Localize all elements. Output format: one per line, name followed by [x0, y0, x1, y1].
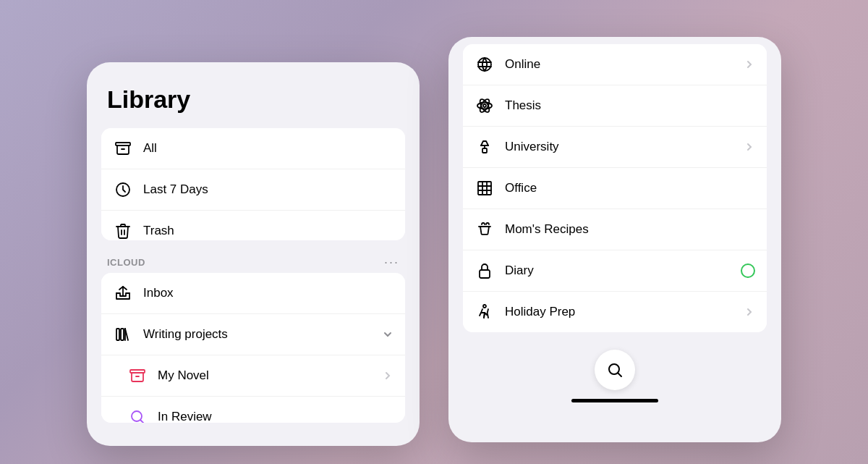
online-chevron: [744, 59, 755, 70]
icloud-dots[interactable]: ···: [384, 255, 399, 270]
svg-point-27: [483, 305, 486, 308]
page-title: Library: [101, 85, 405, 114]
svg-point-14: [477, 102, 492, 109]
svg-point-10: [478, 58, 491, 71]
diary-item[interactable]: Diary: [463, 250, 767, 292]
my-novel-chevron: [382, 370, 393, 381]
archive-icon: [113, 138, 133, 159]
svg-rect-26: [480, 270, 490, 278]
last7days-item[interactable]: Last 7 Days: [101, 169, 405, 211]
online-item[interactable]: Online: [463, 44, 767, 85]
trash-icon: [113, 221, 133, 240]
svg-line-29: [618, 373, 622, 376]
svg-rect-5: [121, 329, 124, 340]
svg-rect-7: [130, 370, 145, 373]
svg-rect-0: [116, 143, 130, 145]
all-label: All: [143, 141, 393, 156]
left-panel: Library All Last 7 Days: [87, 62, 420, 446]
my-novel-label: My Novel: [158, 368, 382, 383]
diary-label: Diary: [505, 263, 741, 278]
icloud-list: Inbox Writing projects: [101, 273, 405, 423]
last7days-label: Last 7 Days: [143, 182, 393, 197]
inbox-item[interactable]: Inbox: [101, 273, 405, 314]
inbox-icon: [113, 283, 133, 303]
inbox-label: Inbox: [143, 286, 393, 300]
books-icon: [113, 324, 133, 345]
holiday-prep-chevron: [744, 306, 755, 318]
moms-recipes-label: Mom's Recipes: [505, 222, 755, 237]
search-fab-icon: [606, 361, 624, 379]
thesis-label: Thesis: [505, 98, 755, 113]
pot-icon: [475, 219, 495, 240]
building-icon: [475, 178, 495, 198]
trash-label: Trash: [143, 224, 393, 238]
office-item[interactable]: Office: [463, 168, 767, 209]
search-fab[interactable]: [595, 350, 635, 390]
system-list: All Last 7 Days Trash: [101, 128, 405, 240]
right-panel: Online Thesis: [448, 37, 781, 442]
writing-projects-label: Writing projects: [143, 327, 382, 342]
home-indicator: [571, 399, 658, 402]
university-label: University: [505, 140, 744, 154]
university-chevron: [744, 141, 755, 153]
clock-icon: [113, 180, 133, 200]
office-label: Office: [505, 181, 755, 195]
svg-rect-4: [116, 329, 119, 340]
university-item[interactable]: University: [463, 127, 767, 168]
atom-icon: [475, 96, 495, 116]
trash-item[interactable]: Trash: [101, 211, 405, 240]
icloud-label: ICLOUD: [107, 257, 145, 268]
svg-line-9: [141, 420, 145, 422]
holiday-prep-label: Holiday Prep: [505, 305, 744, 319]
lamp-icon: [475, 137, 495, 157]
thesis-item[interactable]: Thesis: [463, 85, 767, 127]
all-item[interactable]: All: [101, 128, 405, 169]
my-novel-item[interactable]: My Novel: [101, 355, 405, 397]
lock-icon: [475, 261, 495, 281]
moms-recipes-item[interactable]: Mom's Recipes: [463, 209, 767, 250]
right-list: Online Thesis: [463, 44, 767, 332]
svg-point-13: [483, 104, 486, 107]
online-label: Online: [505, 57, 744, 72]
in-review-item[interactable]: In Review: [101, 397, 405, 423]
in-review-label: In Review: [158, 410, 393, 423]
svg-rect-20: [478, 182, 491, 195]
in-review-icon: [127, 407, 148, 423]
globe-icon: [475, 54, 495, 75]
hiker-icon: [475, 302, 495, 322]
writing-projects-chevron: [382, 329, 393, 340]
icloud-section-header: ICLOUD ···: [101, 249, 405, 273]
holiday-prep-item[interactable]: Holiday Prep: [463, 292, 767, 332]
writing-projects-item[interactable]: Writing projects: [101, 314, 405, 355]
diary-green-circle: [741, 263, 755, 278]
my-novel-icon: [127, 366, 148, 386]
